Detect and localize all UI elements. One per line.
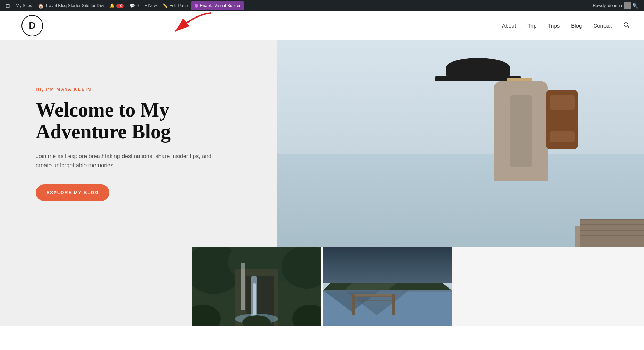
svg-point-17 [391,255,427,265]
admin-bar-wp-logo[interactable]: ⊞ [3,0,13,11]
admin-bar-enable-visual-builder[interactable]: Enable Visual Builder [191,1,244,10]
admin-bar: ⊞ My Sites 🏠 Travel Blog Starter Site fo… [0,0,644,11]
gallery-section [0,247,644,326]
my-sites-label: My Sites [16,3,32,8]
svg-marker-23 [413,265,427,274]
site-header: D About Trip Trips Blog Contact [0,11,644,40]
hero-subtitle: HI, I'M MAYA KLEIN [36,87,248,92]
site-title-label: Travel Blog Starter Site for Divi [45,3,104,8]
wordpress-icon: ⊞ [6,3,10,9]
svg-rect-28 [352,294,355,315]
person-body [494,81,548,181]
nav-contact[interactable]: Contact [593,23,612,29]
howdy-label: Howdy, deanna [593,3,623,8]
notif-icon: 🔔 [109,3,115,8]
person-backpack [546,90,578,149]
hero-title: Welcome to My Adventure Blog [36,99,248,143]
svg-marker-21 [345,262,359,271]
nav-about[interactable]: About [502,23,516,29]
svg-line-2 [628,26,629,28]
admin-bar-comments[interactable]: 💬 0 [127,0,142,11]
hero-left-panel: HI, I'M MAYA KLEIN Welcome to My Adventu… [0,40,277,247]
lake-svg [323,247,452,326]
user-avatar [624,2,631,9]
visual-builder-dot [195,4,198,8]
svg-rect-33 [323,290,452,292]
main-content: HI, I'M MAYA KLEIN Welcome to My Adventu… [0,40,644,326]
gallery-waterfall-image[interactable] [192,247,321,326]
enable-visual-builder-label: Enable Visual Builder [200,3,241,8]
svg-marker-20 [387,265,452,290]
new-label: + New [145,3,157,8]
nav-search-icon[interactable] [623,22,630,30]
admin-bar-notif[interactable]: 🔔 10 [107,0,127,11]
divi-icon: 🏠 [38,3,44,9]
logo-letter: D [29,20,36,31]
hero-section: HI, I'M MAYA KLEIN Welcome to My Adventu… [0,40,644,247]
comments-count: 0 [136,3,139,8]
svg-point-16 [398,255,448,269]
nav-trip[interactable]: Trip [527,23,536,29]
comments-icon: 💬 [130,3,135,8]
person-figure [453,58,589,247]
nav-trips[interactable]: Trips [548,23,560,29]
gallery-lake-image[interactable] [323,247,452,326]
admin-search-icon[interactable]: 🔍 [632,3,638,9]
gallery-left-spacer [0,247,192,326]
notif-count: 10 [116,4,124,8]
explore-blog-button[interactable]: EXPLORE MY BLOG [36,184,109,201]
admin-bar-edit-page[interactable]: ✏️ Edit Page [160,0,191,11]
svg-rect-29 [392,294,395,315]
pencil-icon: ✏️ [162,3,168,8]
admin-bar-right: Howdy, deanna 🔍 [593,2,641,9]
admin-bar-new[interactable]: + New [142,0,160,11]
main-nav: About Trip Trips Blog Contact [502,22,630,30]
hero-description: Join me as I explore breathtaking destin… [36,152,215,171]
gallery-right-spacer [452,247,644,326]
hero-right-panel [277,40,644,247]
dock-boards [580,219,644,247]
svg-rect-27 [352,294,395,297]
nav-blog[interactable]: Blog [571,23,582,29]
admin-bar-site-title[interactable]: 🏠 Travel Blog Starter Site for Divi [35,0,107,11]
edit-page-label: Edit Page [169,3,188,8]
admin-bar-my-sites[interactable]: My Sites [13,0,35,11]
waterfall-svg [192,247,321,326]
svg-marker-22 [368,258,386,269]
site-logo[interactable]: D [21,15,43,36]
svg-rect-10 [253,283,256,319]
hero-image [277,40,644,247]
